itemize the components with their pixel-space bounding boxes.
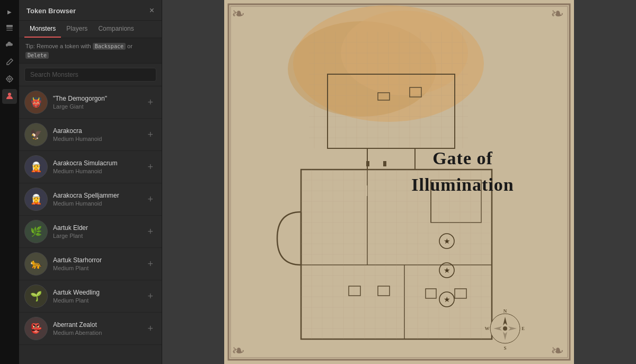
add-monster-button[interactable]: + <box>144 322 156 335</box>
add-monster-button[interactable]: + <box>144 258 156 271</box>
toolbar: ▶ <box>0 0 19 364</box>
add-monster-button[interactable]: + <box>144 161 156 174</box>
svg-point-4 <box>8 78 11 80</box>
monster-info: Aartuk StarhorrorMedium Plant <box>53 256 144 271</box>
monster-info: Aartuk WeedlingMedium Plant <box>53 289 144 304</box>
monster-item[interactable]: 🌱Aartuk WeedlingMedium Plant+ <box>19 280 162 313</box>
svg-text:N: N <box>504 308 507 314</box>
monster-avatar: 🧝 <box>24 155 48 179</box>
backspace-key: Backspace <box>93 43 126 50</box>
monster-avatar: 🌿 <box>24 220 48 243</box>
monster-info: Aarakocra SimulacrumMedium Humanoid <box>53 159 144 174</box>
svg-rect-92 <box>366 161 369 166</box>
monster-info: Aartuk ElderLarge Plant <box>53 224 144 239</box>
pencil-icon <box>5 58 14 68</box>
token-browser-panel: Token Browser × Monsters Players Compani… <box>19 0 162 364</box>
dungeon-map: ❧ ❧ ❧ ❧ <box>162 0 636 364</box>
svg-text:Gate of: Gate of <box>432 148 493 168</box>
token-button[interactable] <box>2 89 17 104</box>
monster-type: Medium Aberration <box>53 330 144 336</box>
monster-type: Medium Humanoid <box>53 200 144 207</box>
tip-bar: Tip: Remove a token with Backspace or De… <box>19 38 162 64</box>
add-monster-button[interactable]: + <box>144 96 156 109</box>
add-monster-button[interactable]: + <box>144 128 156 141</box>
tab-companions[interactable]: Companions <box>93 21 139 38</box>
svg-text:E: E <box>522 326 525 331</box>
pencil-button[interactable] <box>2 55 17 70</box>
tab-players[interactable]: Players <box>61 21 93 38</box>
monster-item[interactable]: 👺Aberrant ZealotMedium Aberration+ <box>19 313 162 345</box>
tabs-bar: Monsters Players Companions <box>19 21 162 38</box>
monster-name: Aartuk Starhorror <box>53 256 144 264</box>
map-area: ❧ ❧ ❧ ❧ <box>162 0 636 364</box>
monster-avatar: 👺 <box>24 317 48 340</box>
monster-name: "The Demogorgon" <box>53 95 144 102</box>
monster-avatar: 🦅 <box>24 123 48 146</box>
add-monster-button[interactable]: + <box>144 290 156 303</box>
svg-text:❧: ❧ <box>232 5 245 22</box>
monster-name: Aartuk Weedling <box>53 289 144 296</box>
monster-info: Aarakocra SpelljammerMedium Humanoid <box>53 192 144 207</box>
monster-name: Aarakocra Spelljammer <box>53 192 144 199</box>
monster-name: Aarakocra Simulacrum <box>53 159 144 167</box>
layers-button[interactable] <box>2 21 17 36</box>
monster-list: 👹"The Demogorgon"Large Giant+🦅AarakocraM… <box>19 86 162 364</box>
svg-point-9 <box>8 93 11 96</box>
monster-info: AarakocraMedium Humanoid <box>53 127 144 142</box>
monster-avatar: 🧝 <box>24 188 48 211</box>
svg-rect-2 <box>6 30 13 31</box>
expand-icon: ▶ <box>7 9 12 15</box>
svg-text:★: ★ <box>444 237 450 245</box>
monster-avatar: 🐆 <box>24 252 48 276</box>
search-input[interactable] <box>24 68 156 82</box>
panel-title: Token Browser <box>26 7 76 15</box>
svg-text:S: S <box>504 345 506 351</box>
tab-monsters[interactable]: Monsters <box>24 21 61 38</box>
svg-text:W: W <box>485 326 490 331</box>
delete-key: Delete <box>25 52 49 59</box>
monster-type: Medium Plant <box>53 297 144 304</box>
monster-info: "The Demogorgon"Large Giant <box>53 95 144 110</box>
monster-name: Aartuk Elder <box>53 224 144 232</box>
cloud-button[interactable] <box>2 38 17 53</box>
svg-point-3 <box>7 76 12 82</box>
monster-type: Medium Humanoid <box>53 136 144 142</box>
monster-avatar: 🌱 <box>24 285 48 308</box>
layers-icon <box>5 24 14 34</box>
svg-text:★: ★ <box>444 295 450 304</box>
monster-name: Aberrant Zealot <box>53 321 144 329</box>
monster-type: Large Giant <box>53 103 144 110</box>
svg-rect-0 <box>6 25 13 27</box>
svg-rect-93 <box>383 161 386 166</box>
monster-type: Medium Humanoid <box>53 168 144 174</box>
monster-type: Large Plant <box>53 233 144 239</box>
monster-item[interactable]: 🐆Aartuk StarhorrorMedium Plant+ <box>19 248 162 280</box>
add-monster-button[interactable]: + <box>144 193 156 206</box>
target-button[interactable] <box>2 72 17 87</box>
close-button[interactable]: × <box>149 6 154 15</box>
cloud-icon <box>5 41 14 51</box>
panel-header: Token Browser × <box>19 0 162 21</box>
monster-item[interactable]: 🌿Aartuk ElderLarge Plant+ <box>19 216 162 248</box>
search-wrap <box>19 64 162 86</box>
svg-text:★: ★ <box>444 266 450 274</box>
expand-button[interactable]: ▶ <box>2 4 17 19</box>
monster-item[interactable]: 🧝Aarakocra SimulacrumMedium Humanoid+ <box>19 151 162 183</box>
monster-item[interactable]: 🦅AarakocraMedium Humanoid+ <box>19 119 162 151</box>
monster-avatar: 👹 <box>24 91 48 114</box>
svg-text:❧: ❧ <box>551 5 564 22</box>
monster-info: Aberrant ZealotMedium Aberration <box>53 321 144 336</box>
add-monster-button[interactable]: + <box>144 225 156 238</box>
monster-item[interactable]: 🧝Aarakocra SpelljammerMedium Humanoid+ <box>19 183 162 216</box>
target-icon <box>5 75 14 85</box>
svg-text:❧: ❧ <box>232 342 245 359</box>
svg-rect-1 <box>6 28 13 29</box>
svg-text:Illumination: Illumination <box>411 175 514 194</box>
svg-rect-48 <box>367 148 415 170</box>
svg-point-107 <box>503 326 507 331</box>
svg-text:❧: ❧ <box>551 342 564 359</box>
monster-type: Medium Plant <box>53 265 144 271</box>
token-icon <box>5 92 14 102</box>
monster-item[interactable]: 👹"The Demogorgon"Large Giant+ <box>19 86 162 119</box>
monster-name: Aarakocra <box>53 127 144 135</box>
